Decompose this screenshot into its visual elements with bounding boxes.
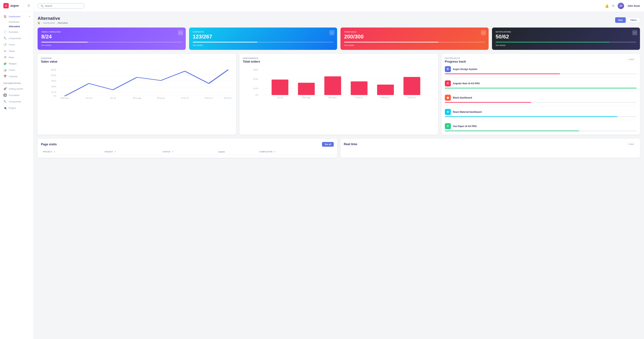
components-doc-icon: 🔧 xyxy=(3,100,7,103)
hamburger-icon[interactable]: ☰ xyxy=(27,4,30,8)
project-name: Angular Now UI Kit PRO xyxy=(453,82,480,85)
logo-icon: A xyxy=(3,3,9,8)
sidebar-item-label: Charts xyxy=(9,69,15,71)
sidebar-item-components[interactable]: 🔧 Components › xyxy=(0,35,34,42)
bottom-row: Page visits See all PROJECT ⇅ BUDGET ⇅ S… xyxy=(38,138,640,158)
col-users: USERS xyxy=(216,149,258,154)
progress-bar-bg xyxy=(445,116,636,117)
svg-text:Sep: Sep xyxy=(156,97,165,99)
sort-icon: ⇅ xyxy=(274,151,276,153)
table-header-row: PROJECT ⇅ BUDGET ⇅ STATUS ⇅ USERS COMPLE… xyxy=(41,149,334,154)
sidebar-item-examples[interactable]: 📄 Examples › xyxy=(0,29,34,35)
new-button[interactable]: New xyxy=(615,17,626,23)
svg-rect-32 xyxy=(377,84,394,95)
copy-icon[interactable]: ⧉ xyxy=(612,4,614,8)
charts-icon: 📊 xyxy=(3,68,7,72)
page-visits-card: Page visits See all PROJECT ⇅ BUDGET ⇅ S… xyxy=(38,138,337,158)
svg-text:Dec: Dec xyxy=(224,97,232,99)
realtime-card: Real time Action xyxy=(340,138,640,158)
sidebar-item-maps[interactable]: 🗺 Maps › xyxy=(0,54,34,60)
search-input[interactable] xyxy=(45,4,82,7)
sidebar-item-getting-started[interactable]: 🚀 Getting started xyxy=(0,86,34,92)
dashboards-icon: 🏠 xyxy=(3,15,7,18)
breadcrumb: 🏠 - Dashboards - Alternative xyxy=(38,22,68,24)
svg-text:Jun: Jun xyxy=(85,97,93,99)
stat-label: CONTACTS xyxy=(193,31,334,33)
topbar: 🔍 🔔 ⧉ JS John Snow xyxy=(34,0,644,12)
bell-icon[interactable]: 🔔 xyxy=(605,4,609,8)
plugins-icon: 🔌 xyxy=(3,106,7,110)
col-budget: BUDGET ⇅ xyxy=(103,149,160,154)
svg-text:Oct: Oct xyxy=(181,97,188,99)
svg-text:50: 50 xyxy=(51,74,56,76)
progress-bar-fill xyxy=(445,88,636,88)
sidebar-item-plugins[interactable]: 🔌 Plugins xyxy=(0,105,34,111)
project-logo-vue: V xyxy=(445,123,451,129)
svg-text:0: 0 xyxy=(256,94,258,96)
realtime-action-button[interactable]: Action xyxy=(626,142,636,146)
sidebar-item-components-doc[interactable]: 🔧 Components xyxy=(0,98,34,105)
svg-text:10: 10 xyxy=(253,87,258,90)
svg-text:30: 30 xyxy=(51,86,56,88)
search-box[interactable]: 🔍 xyxy=(38,3,84,8)
table-title: Page visits xyxy=(41,143,57,146)
svg-text:10: 10 xyxy=(51,91,56,93)
stat-progress-fill xyxy=(344,42,438,42)
project-name: Argon Design System xyxy=(453,68,477,70)
progress-action-button[interactable]: Action xyxy=(626,57,636,62)
page-title: Alternative xyxy=(38,16,68,21)
svg-text:40: 40 xyxy=(51,80,56,82)
sidebar-subitem-dashboard[interactable]: Dashboard xyxy=(0,20,34,24)
progress-track-card: 5/23 PROJECTS Progress track Action B Ar… xyxy=(442,54,640,134)
stat-link[interactable]: See details xyxy=(344,44,485,46)
stat-value: 8/24 xyxy=(41,34,182,40)
chart-section-label: OVERVIEW xyxy=(41,57,233,59)
examples-icon: 📄 xyxy=(3,30,7,34)
stat-card-notifications: ··· NOTIFICATIONS 50/62 See details xyxy=(492,28,640,50)
svg-rect-30 xyxy=(324,76,341,95)
progress-track-title: Progress track xyxy=(445,60,466,64)
sidebar-item-label: Forms xyxy=(9,44,15,46)
sidebar-subitem-alternative[interactable]: Alternative xyxy=(0,24,34,29)
sidebar-item-dashboards[interactable]: 🏠 Dashboards ▾ xyxy=(0,13,34,20)
sort-icon: ⇅ xyxy=(172,151,173,153)
sidebar-item-foundation[interactable]: 🔲 Foundation xyxy=(0,92,34,98)
page-visits-table: PROJECT ⇅ BUDGET ⇅ STATUS ⇅ USERS COMPLE… xyxy=(41,149,334,154)
orders-chart-svg: 30 20 10 0 Jul Aug Sep Oct xyxy=(243,66,434,100)
svg-text:Jul: Jul xyxy=(277,96,283,99)
orders-chart-card: PERFORMANCE Total orders 30 20 10 0 xyxy=(240,54,438,134)
sidebar-item-calendar[interactable]: 📅 Calendar xyxy=(0,73,34,80)
progress-bar-bg xyxy=(445,130,636,131)
filters-button[interactable]: Filters xyxy=(627,17,640,23)
stat-link[interactable]: See details xyxy=(41,44,182,46)
breadcrumb-dashboards[interactable]: Dashboards xyxy=(43,22,55,24)
sidebar-item-label: Dashboards xyxy=(9,15,20,18)
sidebar-item-label: Maps xyxy=(9,56,14,58)
sidebar-item-widgets[interactable]: 🧩 Widgets xyxy=(0,60,34,67)
stat-progress-fill xyxy=(193,42,258,42)
stat-link[interactable]: See details xyxy=(496,44,636,46)
svg-text:Nov: Nov xyxy=(381,96,390,99)
svg-text:Jul: Jul xyxy=(110,97,116,99)
sidebar-item-forms[interactable]: 📝 Forms › xyxy=(0,42,34,48)
progress-item-react: ⚛ React Material Dashboard xyxy=(445,109,636,120)
progress-item-argon: B Argon Design System xyxy=(445,66,636,77)
stat-link[interactable]: See details xyxy=(193,44,334,46)
stat-label: ITEMS SOLD xyxy=(344,31,485,33)
see-all-button[interactable]: See all xyxy=(322,142,334,147)
stats-grid: ··· TASKS COMPLETED 8/24 See details ···… xyxy=(38,28,640,50)
page-actions: New Filters xyxy=(615,17,640,23)
components-icon: 🔧 xyxy=(3,37,7,40)
col-project: PROJECT ⇅ xyxy=(41,149,103,154)
sidebar-item-charts[interactable]: 📊 Charts xyxy=(0,67,34,73)
svg-text:30: 30 xyxy=(253,69,258,71)
main-content: 🔍 🔔 ⧉ JS John Snow Alternative 🏠 - Dashb… xyxy=(34,0,644,339)
stat-progress-fill xyxy=(496,42,610,42)
stat-card-items: ··· ITEMS SOLD 200/300 See details xyxy=(340,28,488,50)
chevron-down-icon: ▾ xyxy=(29,16,30,18)
charts-row: OVERVIEW Sales value 60 50 40 30 10 xyxy=(38,54,640,134)
sidebar-item-tables[interactable]: ⊞ Tables › xyxy=(0,48,34,54)
user-name: John Snow xyxy=(628,4,640,7)
sidebar: A argon ☰ 🏠 Dashboards ▾ Dashboard Alter… xyxy=(0,0,34,339)
project-name: Vue Paper UI Kit PRO xyxy=(453,125,477,128)
